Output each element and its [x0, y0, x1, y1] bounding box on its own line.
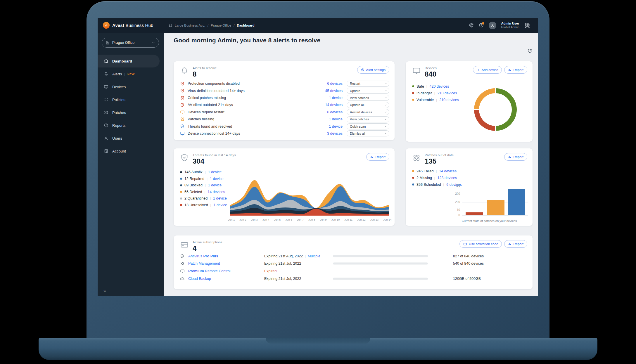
sidebar-item-label: Devices: [112, 85, 126, 89]
chevron-down-icon: [382, 88, 389, 93]
devices-legend: Safe|420 devicesIn danger|210 devicesVul…: [412, 83, 459, 103]
avatar[interactable]: [489, 22, 496, 29]
alert-action-dropdown[interactable]: Restart: [347, 81, 389, 87]
alert-action-dropdown[interactable]: Restart devices: [347, 109, 389, 115]
sidebar-item-devices[interactable]: Devices: [98, 80, 160, 93]
chevron-down-icon: [382, 95, 389, 100]
sidebar-item-label: Reports: [112, 123, 126, 128]
breadcrumb-item[interactable]: Prague Office: [211, 24, 231, 27]
subscription-name-link[interactable]: Patch Management: [188, 261, 220, 266]
alert-action-dropdown[interactable]: View patches: [347, 95, 389, 101]
alert-device-link[interactable]: 1 device: [316, 117, 343, 121]
alert-action-label: Restart devices: [347, 110, 382, 114]
legend-dot-icon: [412, 92, 414, 94]
alert-settings-button[interactable]: Alert settings: [357, 66, 389, 74]
sidebar: Prague Office DashboardAlerts|NEWDevices…: [98, 33, 164, 296]
alert-device-link[interactable]: 6 devices: [316, 82, 343, 86]
user-role: Global Admin: [501, 25, 519, 29]
patch-icon: [180, 261, 185, 266]
legend-device-link[interactable]: 1 device: [208, 183, 222, 187]
home-icon[interactable]: [169, 23, 172, 27]
legend-dot-icon: [180, 204, 182, 206]
legend-device-link[interactable]: 1 device: [210, 177, 224, 181]
pie-icon: [104, 123, 108, 128]
alert-action-dropdown[interactable]: Dismiss all: [347, 130, 389, 136]
patches-legend-row: 245 Failed|14 devices: [412, 168, 462, 174]
alert-action-label: Update: [347, 89, 382, 93]
alert-device-link[interactable]: 6 devices: [316, 110, 343, 114]
legend-device-link[interactable]: 1 device: [213, 196, 227, 200]
legend-label: 12 Repaired: [184, 177, 204, 181]
patches-report-button[interactable]: Report: [504, 153, 527, 161]
devices-donut-chart: [474, 88, 517, 131]
alert-device-link[interactable]: 3 devices: [316, 131, 343, 136]
usage-progress-bar: [333, 255, 428, 257]
alert-device-link[interactable]: 1 device: [316, 96, 343, 100]
alert-action-dropdown[interactable]: View patches: [347, 116, 389, 122]
subscription-name-link[interactable]: Antivirus Pro Plus: [188, 254, 218, 258]
monitor-icon: [180, 131, 188, 136]
building-icon: [106, 41, 110, 45]
alert-device-link[interactable]: 1 device: [316, 124, 343, 129]
sidebar-item-alerts[interactable]: Alerts|NEW: [98, 67, 160, 80]
shield-icon: [180, 153, 189, 165]
subscription-name-link[interactable]: Premium Remote Control: [188, 269, 231, 273]
monitor-icon: [180, 110, 188, 115]
subscriptions-report-button[interactable]: Report: [504, 240, 527, 248]
gear-icon[interactable]: [469, 23, 474, 28]
alert-device-link[interactable]: 14 devices: [316, 103, 343, 107]
alert-label: Device connection lost 14+ days: [188, 131, 316, 136]
site-selector[interactable]: Prague Office: [102, 38, 159, 48]
expired-label: Expired: [264, 269, 276, 273]
threats-report-button[interactable]: Report: [366, 153, 389, 161]
devices-report-button[interactable]: Report: [504, 66, 527, 74]
sidebar-item-account[interactable]: Account: [98, 145, 160, 157]
account-icon: [104, 149, 108, 153]
alert-action-dropdown[interactable]: Update: [347, 88, 389, 94]
add-device-button[interactable]: Add device: [473, 66, 502, 74]
subscriptions-count: 4: [193, 244, 222, 252]
legend-device-link[interactable]: 14 devices: [439, 169, 457, 173]
subscription-name-link[interactable]: Cloud Backup: [188, 277, 211, 281]
legend-device-link[interactable]: 1 device: [208, 170, 222, 174]
alert-action-label: Dismiss all: [347, 132, 382, 135]
help-icon[interactable]: [479, 23, 484, 28]
legend-device-link[interactable]: 420 devices: [430, 84, 449, 89]
x-axis-tick: Jun 9: [320, 218, 326, 221]
subscription-row: Antivirus Pro PlusExpiring 21st Aug, 202…: [174, 252, 533, 260]
legend-device-link[interactable]: 123 devices: [438, 176, 457, 180]
shield-icon: [180, 103, 188, 107]
sidebar-item-patches[interactable]: Patches: [98, 106, 160, 119]
sidebar-item-dashboard[interactable]: Dashboard: [98, 55, 160, 67]
company-switcher-icon[interactable]: [524, 22, 530, 28]
alert-row: Virus definitions outdated 14+ days45 de…: [180, 87, 389, 94]
legend-device-link[interactable]: 14 devices: [208, 190, 225, 194]
monitor-icon: [104, 84, 108, 89]
alert-action-dropdown[interactable]: Update all: [347, 102, 389, 108]
refresh-icon[interactable]: [527, 48, 532, 55]
card-label: Threats found in last 14 days: [193, 153, 236, 157]
sidebar-item-policies[interactable]: Policies: [98, 93, 160, 106]
patches-card: Patches out of date 135 Report 245 Faile…: [406, 148, 533, 226]
sidebar-item-reports[interactable]: Reports: [98, 119, 160, 132]
multiple-link[interactable]: Multiple: [308, 254, 320, 258]
site-selector-label: Prague Office: [112, 41, 134, 45]
sidebar-item-users[interactable]: Users: [98, 132, 160, 145]
alert-action-dropdown[interactable]: Quick scan: [347, 123, 389, 129]
use-activation-code-button[interactable]: Use activation code: [459, 240, 502, 248]
legend-device-link[interactable]: 1 device: [213, 203, 227, 207]
x-axis-tick: Jun 12: [357, 218, 366, 221]
laptop-screen: Avast Business Hub Large Business Acc. /…: [98, 18, 538, 296]
user-info[interactable]: Admin User Global Admin: [501, 22, 519, 29]
legend-label: 56 Deleted: [184, 190, 202, 194]
x-axis-tick: Jun 7: [297, 218, 304, 221]
threats-count: 304: [193, 157, 236, 165]
legend-device-link[interactable]: 210 devices: [439, 98, 459, 102]
breadcrumb-item[interactable]: Large Business Acc.: [175, 24, 205, 27]
legend-label: 356 Scheduled: [416, 183, 441, 187]
x-axis-tick: Jun 3: [251, 218, 258, 221]
y-axis-tick: 200: [449, 200, 460, 204]
alert-device-link[interactable]: 45 devices: [316, 89, 343, 93]
collapse-sidebar-button[interactable]: «: [103, 288, 106, 293]
legend-device-link[interactable]: 210 devices: [438, 91, 457, 95]
